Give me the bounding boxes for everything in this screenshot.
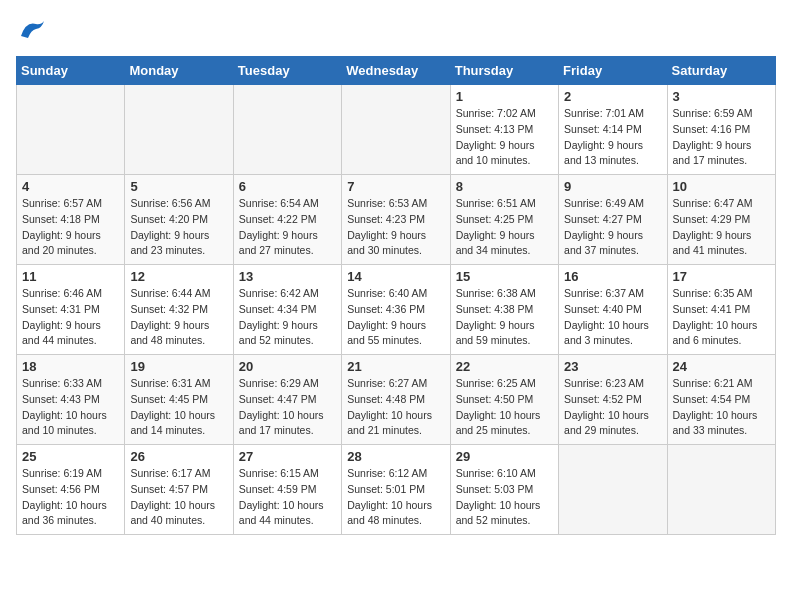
day-number: 19 (130, 359, 227, 374)
weekday-header-wednesday: Wednesday (342, 57, 450, 85)
calendar-week-row: 11Sunrise: 6:46 AM Sunset: 4:31 PM Dayli… (17, 265, 776, 355)
calendar-week-row: 18Sunrise: 6:33 AM Sunset: 4:43 PM Dayli… (17, 355, 776, 445)
day-info: Sunrise: 6:19 AM Sunset: 4:56 PM Dayligh… (22, 466, 119, 529)
day-number: 1 (456, 89, 553, 104)
calendar-week-row: 25Sunrise: 6:19 AM Sunset: 4:56 PM Dayli… (17, 445, 776, 535)
calendar-cell (233, 85, 341, 175)
calendar-cell: 26Sunrise: 6:17 AM Sunset: 4:57 PM Dayli… (125, 445, 233, 535)
calendar-cell: 23Sunrise: 6:23 AM Sunset: 4:52 PM Dayli… (559, 355, 667, 445)
calendar-cell: 4Sunrise: 6:57 AM Sunset: 4:18 PM Daylig… (17, 175, 125, 265)
day-number: 12 (130, 269, 227, 284)
day-number: 20 (239, 359, 336, 374)
day-info: Sunrise: 6:44 AM Sunset: 4:32 PM Dayligh… (130, 286, 227, 349)
calendar-cell: 9Sunrise: 6:49 AM Sunset: 4:27 PM Daylig… (559, 175, 667, 265)
day-number: 10 (673, 179, 770, 194)
day-number: 18 (22, 359, 119, 374)
day-info: Sunrise: 6:40 AM Sunset: 4:36 PM Dayligh… (347, 286, 444, 349)
calendar-cell (125, 85, 233, 175)
day-info: Sunrise: 6:21 AM Sunset: 4:54 PM Dayligh… (673, 376, 770, 439)
day-number: 17 (673, 269, 770, 284)
calendar-cell: 1Sunrise: 7:02 AM Sunset: 4:13 PM Daylig… (450, 85, 558, 175)
day-info: Sunrise: 6:53 AM Sunset: 4:23 PM Dayligh… (347, 196, 444, 259)
day-info: Sunrise: 6:27 AM Sunset: 4:48 PM Dayligh… (347, 376, 444, 439)
day-number: 9 (564, 179, 661, 194)
calendar-cell: 11Sunrise: 6:46 AM Sunset: 4:31 PM Dayli… (17, 265, 125, 355)
day-number: 27 (239, 449, 336, 464)
day-number: 25 (22, 449, 119, 464)
day-info: Sunrise: 6:17 AM Sunset: 4:57 PM Dayligh… (130, 466, 227, 529)
calendar-week-row: 4Sunrise: 6:57 AM Sunset: 4:18 PM Daylig… (17, 175, 776, 265)
calendar-cell (17, 85, 125, 175)
day-number: 6 (239, 179, 336, 194)
calendar-cell: 17Sunrise: 6:35 AM Sunset: 4:41 PM Dayli… (667, 265, 775, 355)
weekday-header-friday: Friday (559, 57, 667, 85)
calendar-cell: 12Sunrise: 6:44 AM Sunset: 4:32 PM Dayli… (125, 265, 233, 355)
day-info: Sunrise: 6:35 AM Sunset: 4:41 PM Dayligh… (673, 286, 770, 349)
day-info: Sunrise: 6:49 AM Sunset: 4:27 PM Dayligh… (564, 196, 661, 259)
calendar-cell (559, 445, 667, 535)
day-number: 7 (347, 179, 444, 194)
weekday-header-tuesday: Tuesday (233, 57, 341, 85)
day-number: 5 (130, 179, 227, 194)
day-number: 24 (673, 359, 770, 374)
day-info: Sunrise: 7:02 AM Sunset: 4:13 PM Dayligh… (456, 106, 553, 169)
calendar-cell: 5Sunrise: 6:56 AM Sunset: 4:20 PM Daylig… (125, 175, 233, 265)
calendar-cell: 20Sunrise: 6:29 AM Sunset: 4:47 PM Dayli… (233, 355, 341, 445)
calendar-cell: 25Sunrise: 6:19 AM Sunset: 4:56 PM Dayli… (17, 445, 125, 535)
calendar-header-row: SundayMondayTuesdayWednesdayThursdayFrid… (17, 57, 776, 85)
calendar-cell: 6Sunrise: 6:54 AM Sunset: 4:22 PM Daylig… (233, 175, 341, 265)
calendar-cell: 7Sunrise: 6:53 AM Sunset: 4:23 PM Daylig… (342, 175, 450, 265)
day-number: 29 (456, 449, 553, 464)
calendar-cell: 18Sunrise: 6:33 AM Sunset: 4:43 PM Dayli… (17, 355, 125, 445)
calendar-table: SundayMondayTuesdayWednesdayThursdayFrid… (16, 56, 776, 535)
calendar-week-row: 1Sunrise: 7:02 AM Sunset: 4:13 PM Daylig… (17, 85, 776, 175)
weekday-header-sunday: Sunday (17, 57, 125, 85)
weekday-header-saturday: Saturday (667, 57, 775, 85)
day-info: Sunrise: 6:42 AM Sunset: 4:34 PM Dayligh… (239, 286, 336, 349)
day-number: 22 (456, 359, 553, 374)
day-number: 26 (130, 449, 227, 464)
weekday-header-thursday: Thursday (450, 57, 558, 85)
calendar-cell (667, 445, 775, 535)
day-info: Sunrise: 6:51 AM Sunset: 4:25 PM Dayligh… (456, 196, 553, 259)
calendar-cell: 14Sunrise: 6:40 AM Sunset: 4:36 PM Dayli… (342, 265, 450, 355)
logo (16, 16, 50, 46)
day-number: 21 (347, 359, 444, 374)
day-info: Sunrise: 6:47 AM Sunset: 4:29 PM Dayligh… (673, 196, 770, 259)
calendar-cell: 24Sunrise: 6:21 AM Sunset: 4:54 PM Dayli… (667, 355, 775, 445)
calendar-cell: 22Sunrise: 6:25 AM Sunset: 4:50 PM Dayli… (450, 355, 558, 445)
calendar-cell: 8Sunrise: 6:51 AM Sunset: 4:25 PM Daylig… (450, 175, 558, 265)
day-number: 28 (347, 449, 444, 464)
calendar-cell: 3Sunrise: 6:59 AM Sunset: 4:16 PM Daylig… (667, 85, 775, 175)
day-info: Sunrise: 6:31 AM Sunset: 4:45 PM Dayligh… (130, 376, 227, 439)
day-info: Sunrise: 6:59 AM Sunset: 4:16 PM Dayligh… (673, 106, 770, 169)
day-info: Sunrise: 6:37 AM Sunset: 4:40 PM Dayligh… (564, 286, 661, 349)
day-info: Sunrise: 6:54 AM Sunset: 4:22 PM Dayligh… (239, 196, 336, 259)
day-number: 14 (347, 269, 444, 284)
calendar-cell: 27Sunrise: 6:15 AM Sunset: 4:59 PM Dayli… (233, 445, 341, 535)
logo-bird-icon (16, 16, 46, 46)
calendar-cell: 13Sunrise: 6:42 AM Sunset: 4:34 PM Dayli… (233, 265, 341, 355)
day-number: 3 (673, 89, 770, 104)
day-info: Sunrise: 6:10 AM Sunset: 5:03 PM Dayligh… (456, 466, 553, 529)
calendar-cell: 15Sunrise: 6:38 AM Sunset: 4:38 PM Dayli… (450, 265, 558, 355)
day-info: Sunrise: 6:57 AM Sunset: 4:18 PM Dayligh… (22, 196, 119, 259)
day-number: 2 (564, 89, 661, 104)
day-number: 4 (22, 179, 119, 194)
calendar-cell: 2Sunrise: 7:01 AM Sunset: 4:14 PM Daylig… (559, 85, 667, 175)
day-number: 11 (22, 269, 119, 284)
page-header (16, 16, 776, 46)
calendar-cell: 10Sunrise: 6:47 AM Sunset: 4:29 PM Dayli… (667, 175, 775, 265)
day-info: Sunrise: 6:12 AM Sunset: 5:01 PM Dayligh… (347, 466, 444, 529)
day-number: 8 (456, 179, 553, 194)
calendar-cell: 29Sunrise: 6:10 AM Sunset: 5:03 PM Dayli… (450, 445, 558, 535)
calendar-cell: 21Sunrise: 6:27 AM Sunset: 4:48 PM Dayli… (342, 355, 450, 445)
day-info: Sunrise: 6:25 AM Sunset: 4:50 PM Dayligh… (456, 376, 553, 439)
day-info: Sunrise: 6:33 AM Sunset: 4:43 PM Dayligh… (22, 376, 119, 439)
day-info: Sunrise: 6:56 AM Sunset: 4:20 PM Dayligh… (130, 196, 227, 259)
weekday-header-monday: Monday (125, 57, 233, 85)
day-info: Sunrise: 6:46 AM Sunset: 4:31 PM Dayligh… (22, 286, 119, 349)
day-info: Sunrise: 6:29 AM Sunset: 4:47 PM Dayligh… (239, 376, 336, 439)
day-number: 23 (564, 359, 661, 374)
day-number: 16 (564, 269, 661, 284)
